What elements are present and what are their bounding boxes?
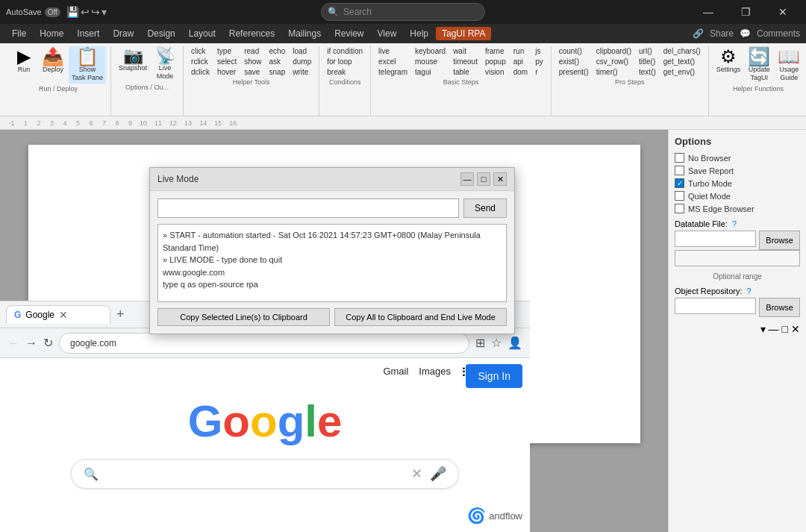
menu-references[interactable]: References [223, 27, 281, 40]
r-button[interactable]: r [532, 67, 546, 77]
more-icon[interactable]: ▾ [101, 6, 107, 18]
table-button[interactable]: table [450, 67, 481, 77]
dom-button[interactable]: dom [510, 67, 531, 77]
run-step-button[interactable]: run [510, 46, 531, 56]
break-button[interactable]: break [324, 67, 366, 77]
keyboard-button[interactable]: keyboard [412, 46, 449, 56]
turbo-mode-checkbox[interactable]: ✓ [675, 178, 684, 188]
menu-review[interactable]: Review [328, 27, 369, 40]
menu-tagui[interactable]: TagUI RPA [436, 27, 491, 40]
select-button[interactable]: select [214, 57, 240, 66]
for-loop-button[interactable]: for loop [324, 57, 366, 66]
share-label[interactable]: Share [710, 28, 734, 39]
get-text-button[interactable]: get_text() [660, 57, 704, 66]
datatable-help-icon[interactable]: ? [732, 219, 737, 228]
count-button[interactable]: count() [556, 46, 592, 56]
copy-selected-button[interactable]: Copy Selected Line(s) to Clipboard [157, 308, 330, 326]
menu-insert[interactable]: Insert [71, 27, 105, 40]
search-bar[interactable]: 🔍 Search [321, 3, 485, 21]
live-mode-button[interactable]: 📡 LiveMode [151, 46, 178, 82]
dialog-send-button[interactable]: Send [463, 198, 507, 218]
js-button[interactable]: js [532, 46, 546, 56]
live-button[interactable]: live [375, 46, 410, 56]
menu-layout[interactable]: Layout [183, 27, 222, 40]
clipboard-button[interactable]: clipboard() [593, 46, 634, 56]
refresh-button[interactable]: ↻ [43, 336, 53, 350]
dclick-button[interactable]: dclick [188, 67, 213, 77]
panel-restore-icon[interactable]: □ [782, 323, 788, 335]
datatable-input[interactable] [675, 231, 756, 247]
ask-button[interactable]: ask [266, 57, 289, 66]
mic-icon[interactable]: 🎤 [430, 466, 446, 482]
show-button[interactable]: show [241, 57, 264, 66]
dialog-minimize-button[interactable]: — [460, 172, 474, 186]
if-condition-button[interactable]: if condition [324, 46, 366, 56]
hover-button[interactable]: hover [214, 67, 240, 77]
menu-design[interactable]: Design [141, 27, 181, 40]
read-button[interactable]: read [241, 46, 264, 56]
load-button[interactable]: load [290, 46, 314, 56]
telegram-button[interactable]: telegram [375, 67, 410, 77]
timer-button[interactable]: timer() [593, 67, 634, 77]
back-button[interactable]: ← [7, 337, 19, 350]
wait-button[interactable]: wait [450, 46, 481, 56]
google-search-input[interactable]: open-source rpa [106, 468, 404, 480]
menu-home[interactable]: Home [34, 27, 69, 40]
settings-button[interactable]: ⚙ Settings [713, 46, 744, 75]
csv-row-button[interactable]: csv_row() [593, 57, 634, 66]
type-button[interactable]: type [214, 46, 240, 56]
object-repo-input[interactable] [675, 298, 756, 314]
exist-button[interactable]: exist() [556, 57, 592, 66]
url-bar[interactable]: google.com [59, 333, 469, 354]
save-step-button[interactable]: save [241, 67, 264, 77]
apps-icon[interactable]: ⊞ [475, 336, 485, 350]
menu-draw[interactable]: Draw [107, 27, 140, 40]
title-button[interactable]: title() [636, 57, 659, 66]
usage-guide-button[interactable]: 📖 UsageGuide [775, 46, 803, 84]
forward-button[interactable]: → [25, 337, 37, 350]
api-button[interactable]: api [510, 57, 531, 66]
gmail-link[interactable]: Gmail [383, 366, 408, 380]
bookmark-icon[interactable]: ☆ [491, 336, 502, 350]
comments-label[interactable]: Comments [757, 28, 800, 39]
url-button[interactable]: url() [636, 46, 659, 56]
clear-search-icon[interactable]: ✕ [411, 466, 422, 482]
google-search-bar[interactable]: 🔍 open-source rpa ✕ 🎤 [71, 459, 459, 489]
autosave-toggle[interactable]: Off [45, 7, 60, 17]
click-button[interactable]: click [188, 46, 213, 56]
py-button[interactable]: py [532, 57, 546, 66]
frame-button[interactable]: frame [482, 46, 509, 56]
show-task-pane-button[interactable]: 📋 ShowTask Pane [69, 46, 106, 84]
snapshot-button[interactable]: 📷 Snapshot [116, 46, 150, 74]
menu-file[interactable]: File [6, 27, 32, 40]
datatable-range-input[interactable] [675, 250, 800, 266]
object-repo-browse-button[interactable]: Browse [759, 298, 800, 317]
tagui-button[interactable]: tagui [412, 67, 449, 77]
update-tagui-button[interactable]: 🔄 UpdateTagUI [745, 46, 773, 84]
copy-all-button[interactable]: Copy All to Clipboard and End Live Mode [334, 308, 507, 326]
deploy-button[interactable]: 📤 Deploy [39, 46, 67, 75]
vision-button[interactable]: vision [482, 67, 509, 77]
new-tab-button[interactable]: + [115, 305, 126, 324]
dump-button[interactable]: dump [290, 57, 314, 66]
quiet-mode-checkbox[interactable] [675, 191, 684, 201]
profile-icon[interactable]: 👤 [507, 336, 522, 350]
redo-icon[interactable]: ↪ [91, 6, 100, 18]
save-icon[interactable]: 💾 [66, 6, 79, 18]
dialog-restore-button[interactable]: □ [477, 172, 490, 186]
minimize-button[interactable]: — [691, 0, 725, 24]
sign-in-button[interactable]: Sign In [466, 364, 522, 388]
no-browser-checkbox[interactable] [675, 153, 684, 163]
save-report-checkbox[interactable] [675, 166, 684, 175]
images-link[interactable]: Images [419, 366, 451, 380]
object-repo-help-icon[interactable]: ? [746, 287, 751, 295]
tab-close-button[interactable]: ✕ [59, 309, 68, 321]
close-button[interactable]: ✕ [766, 0, 800, 24]
datatable-browse-button[interactable]: Browse [759, 231, 800, 250]
panel-close-icon[interactable]: ✕ [791, 323, 800, 335]
google-tab[interactable]: G Google ✕ [6, 305, 110, 324]
dialog-close-button[interactable]: ✕ [493, 172, 507, 186]
ms-edge-checkbox[interactable] [675, 204, 684, 213]
dialog-command-input[interactable] [157, 198, 459, 218]
menu-mailings[interactable]: Mailings [282, 27, 327, 40]
